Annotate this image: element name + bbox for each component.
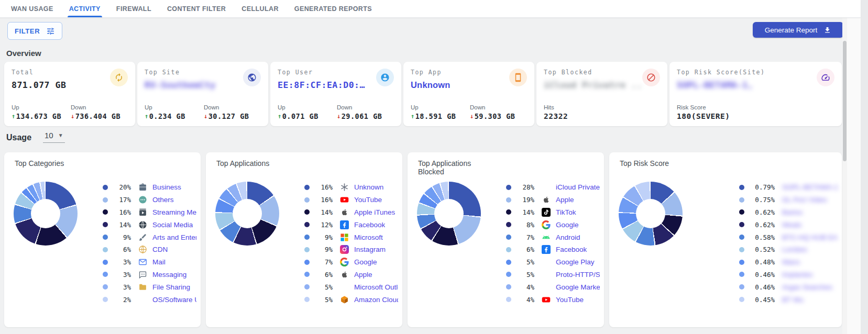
- scrollbar-thumb[interactable]: [843, 41, 847, 161]
- legend-label[interactable]: Apple iTunes: [354, 208, 395, 216]
- legend-label[interactable]: Facebook: [556, 246, 587, 253]
- tab-content-filter[interactable]: CONTENT FILTER: [159, 0, 234, 17]
- legend-label[interactable]: Others: [152, 196, 174, 204]
- top-applications-blocked-donut-chart[interactable]: [417, 182, 481, 246]
- legend-item: 6%CDN: [103, 243, 196, 256]
- facebook-icon: [542, 245, 551, 254]
- legend-dot: [304, 185, 310, 190]
- legend-label[interactable]: GL PoU Video: [782, 196, 827, 204]
- tab-label: FIREWALL: [116, 5, 151, 13]
- legend-dot: [506, 297, 511, 302]
- metric-label: Up: [411, 104, 470, 110]
- legend-item: 5%Proto-HTTP/S: [506, 269, 600, 281]
- legend-label[interactable]: Apple: [556, 196, 574, 204]
- legend-label[interactable]: Proto-HTTP/S: [556, 271, 600, 279]
- mail-icon: [138, 258, 147, 266]
- legend-item: 0.52%Lombes: [739, 243, 838, 256]
- legend-percent: 3%: [111, 258, 131, 266]
- legend-label[interactable]: Mail: [152, 258, 166, 266]
- legend-label[interactable]: Instagram: [354, 246, 386, 253]
- tab-wan-usage[interactable]: WAN USAGE: [3, 0, 61, 17]
- legend-percent: 19%: [514, 196, 534, 204]
- legend-dot: [304, 247, 310, 252]
- legend-label[interactable]: Google: [556, 221, 579, 229]
- messaging-icon: [138, 270, 147, 279]
- metric-down: Down↓736.404 GB: [71, 104, 130, 120]
- legend-item: 6%Apple: [304, 269, 398, 281]
- legend-label[interactable]: Amazon Cloud...: [354, 296, 398, 304]
- legend-label[interactable]: Messaging: [152, 271, 186, 279]
- legend-label[interactable]: OS/Software U...: [152, 296, 196, 304]
- legend-item: 16%Unknown: [304, 181, 398, 194]
- legend-label[interactable]: Google Play: [556, 258, 595, 266]
- legend-dot: [103, 247, 108, 252]
- sync-icon: [110, 69, 128, 86]
- legend-label[interactable]: Wans: [782, 258, 800, 266]
- legend-label[interactable]: Google Marketi...: [556, 283, 600, 291]
- legend-item: 28%iCloud Private R...: [506, 181, 600, 194]
- usage-count-select[interactable]: 10 ▼: [43, 130, 65, 143]
- legend-label[interactable]: Unknown: [354, 183, 383, 191]
- legend-item: 3%Mail: [103, 256, 196, 269]
- legend-item: 8%Google: [506, 218, 600, 231]
- metric-number: 18.591 GB: [415, 112, 456, 120]
- legend-label[interactable]: Business: [152, 183, 181, 191]
- legend-percent: 20%: [111, 183, 131, 191]
- top-risk-score-donut-chart[interactable]: [619, 182, 683, 246]
- overview-card-top-risk-score-site: Top Risk Score(Site)SOPL-BETAMA-1,Risk S…: [669, 62, 842, 126]
- up-arrow-icon: ↑: [145, 113, 149, 120]
- metric-value: 22322: [544, 112, 603, 120]
- legend-percent: 5%: [514, 258, 534, 266]
- vertical-scrollbar[interactable]: [842, 18, 847, 334]
- legend-label[interactable]: Google: [354, 258, 377, 266]
- down-arrow-icon: ↓: [470, 113, 474, 120]
- top-categories-donut-chart[interactable]: [14, 182, 78, 246]
- legend-label[interactable]: TikTok: [556, 208, 576, 216]
- legend-item: 17%Others: [103, 194, 196, 206]
- chart-title: Top Applications Blocked: [418, 159, 471, 176]
- legend-label[interactable]: Microsoft Outlo...: [354, 283, 398, 291]
- legend-item: 4%YouTube: [506, 293, 600, 306]
- legend-label[interactable]: YouTube: [556, 296, 584, 304]
- legend-label[interactable]: BTC-HQ HUB EAST: [782, 233, 838, 241]
- tab-activity[interactable]: ACTIVITY: [61, 0, 108, 17]
- legend-label[interactable]: Weals: [782, 221, 801, 229]
- generate-report-button[interactable]: Generate Report: [753, 22, 843, 38]
- legend-label[interactable]: Arts and Enter...: [152, 233, 196, 241]
- metric-up: Up↑0.234 GB: [145, 104, 204, 120]
- legend-dot: [506, 197, 511, 203]
- legend-label[interactable]: BT Wu: [782, 296, 804, 304]
- legend-dot: [304, 297, 310, 302]
- metric-value: ↓736.404 GB: [71, 112, 130, 120]
- legend-item: 0.62%Bartos: [739, 206, 838, 219]
- legend-label[interactable]: File Sharing: [152, 283, 190, 291]
- tab-firewall[interactable]: FIREWALL: [108, 0, 159, 17]
- filter-button[interactable]: FILTER: [7, 22, 62, 40]
- tab-cellular[interactable]: CELLULAR: [234, 0, 287, 17]
- legend-label[interactable]: Microsoft: [354, 233, 383, 241]
- legend-label[interactable]: Social Media: [152, 221, 193, 229]
- legend-label[interactable]: SOPL-BETAMA-1: [782, 183, 838, 191]
- legend-item: 0.48%Wans: [739, 256, 838, 269]
- legend-label[interactable]: CDN: [152, 246, 168, 253]
- legend-percent: 0.79%: [748, 183, 775, 191]
- legend-label[interactable]: Apple: [354, 271, 372, 279]
- tab-generated-reports[interactable]: GENERATED REPORTS: [287, 0, 380, 17]
- no-icon: [340, 283, 349, 292]
- block-icon: [642, 69, 660, 86]
- legend-label[interactable]: Implantes: [782, 271, 813, 279]
- legend-label[interactable]: YouTube: [354, 196, 382, 204]
- legend-label[interactable]: Android: [556, 233, 580, 241]
- card-value: EE:8F:CF:EA:D0:…: [278, 80, 394, 90]
- legend-label[interactable]: Streaming Me...: [152, 208, 196, 216]
- metric-value: 180(SEVERE): [677, 112, 757, 120]
- top-applications-donut-chart[interactable]: [215, 182, 279, 246]
- legend-label[interactable]: iCloud Private R...: [556, 183, 600, 191]
- legend-dot: [103, 235, 108, 240]
- legend-label[interactable]: Bartos: [782, 208, 803, 216]
- legend-label[interactable]: Argas Searches: [782, 283, 832, 291]
- metric-label: Up: [12, 104, 71, 110]
- right-gutter: [847, 18, 861, 334]
- legend-label[interactable]: Facebook: [354, 221, 385, 229]
- legend-label[interactable]: Lombes: [782, 246, 807, 253]
